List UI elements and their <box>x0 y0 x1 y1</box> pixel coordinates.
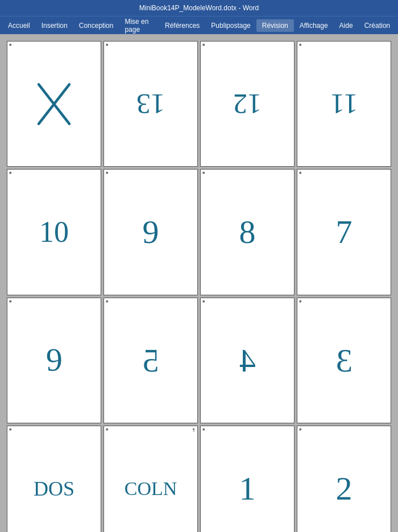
menu-conception[interactable]: Conception <box>73 19 119 32</box>
num-4: 4 <box>239 341 256 380</box>
page-content-12: 3 <box>297 298 391 423</box>
corner-tl-13: ■ <box>9 427 11 431</box>
page-content-9: 6 <box>7 298 101 423</box>
corner-tl-11: ■ <box>202 299 205 303</box>
corner-tl-6: ■ <box>106 171 108 175</box>
menu-revision[interactable]: Révision <box>256 19 294 32</box>
mini-page-5: ■ 10 <box>7 169 101 295</box>
num-10: 10 <box>39 215 69 249</box>
corner-tl-15: ■ <box>202 427 205 431</box>
page-content-4: 11 <box>297 42 391 166</box>
mini-page-2: ■ 13 <box>103 41 198 167</box>
page-content-13: DOS <box>7 426 101 532</box>
label-coln: COLN <box>125 478 177 500</box>
mini-grid: ■ ■ 13 ■ 12 <box>6 40 392 532</box>
mini-page-7: ■ 8 <box>200 169 295 295</box>
mini-page-12: ■ 3 <box>297 298 391 423</box>
corner-tl-2: ■ <box>106 43 108 47</box>
corner-tl-10: ■ <box>106 299 108 303</box>
menu-mise-en-page[interactable]: Mise en page <box>119 15 159 36</box>
mini-page-6: ■ 9 <box>103 169 198 295</box>
mini-page-13: ■ DOS <box>7 426 101 532</box>
corner-para-14: ¶ <box>193 428 195 432</box>
label-dos: DOS <box>34 477 74 501</box>
mini-page-15: ■ 1 <box>200 426 295 532</box>
num-13: 13 <box>136 88 165 121</box>
num-11: 11 <box>330 88 358 121</box>
corner-tl-4: ■ <box>299 43 301 47</box>
page-content-7: 8 <box>201 170 294 294</box>
corner-tl-1: ■ <box>9 43 11 47</box>
num-5: 5 <box>143 341 159 380</box>
page-content-11: 4 <box>201 298 294 423</box>
mini-page-11: ■ 4 <box>200 298 295 423</box>
mini-page-9: ■ 6 <box>7 298 101 423</box>
mini-page-8: ■ 7 <box>297 169 391 295</box>
title-text: MiniBook14P_ModeleWord.dotx - Word <box>139 4 259 12</box>
page-content-3: 12 <box>201 42 294 166</box>
num-12: 12 <box>233 88 262 121</box>
menu-insertion[interactable]: Insertion <box>36 19 73 32</box>
menu-references[interactable]: Références <box>159 19 205 32</box>
menu-publipostage[interactable]: Publipostage <box>205 19 256 32</box>
title-bar: MiniBook14P_ModeleWord.dotx - Word <box>0 0 398 16</box>
page-content-15: 1 <box>201 426 294 532</box>
page-content-5: 10 <box>7 170 101 294</box>
menu-aide[interactable]: Aide <box>334 19 359 32</box>
page-content-8: 7 <box>297 170 391 294</box>
mini-page-16: ■ 2 <box>297 426 391 532</box>
page-content-16: 2 <box>297 426 391 532</box>
num-6: 6 <box>46 341 63 380</box>
mini-page-14: ■ ¶ COLN <box>103 426 198 532</box>
num-9a: 9 <box>143 213 159 251</box>
corner-tl-7: ■ <box>202 171 205 175</box>
num-3: 3 <box>336 341 353 380</box>
menu-accueil[interactable]: Accueil <box>2 19 36 32</box>
corner-tl-14: ■ <box>106 427 108 431</box>
mini-page-1: ■ <box>7 41 101 167</box>
page-content-6: 9 <box>104 170 197 294</box>
corner-tl-16: ■ <box>299 427 301 431</box>
corner-tl-12: ■ <box>299 299 301 303</box>
page-content-10: 5 <box>104 298 197 423</box>
corner-tl-8: ■ <box>299 171 301 175</box>
page-content-1 <box>7 42 101 166</box>
menu-creation[interactable]: Création <box>359 19 396 32</box>
menu-affichage[interactable]: Affichage <box>294 19 334 32</box>
corner-tl-3: ■ <box>202 43 205 47</box>
page-content-14: COLN <box>104 426 197 532</box>
num-7: 7 <box>336 213 353 251</box>
num-1: 1 <box>239 469 256 508</box>
num-8: 8 <box>239 213 256 251</box>
x-svg <box>31 76 77 133</box>
document-area: ■ ■ 13 ■ 12 <box>0 34 398 532</box>
menu-bar: Accueil Insertion Conception Mise en pag… <box>0 16 398 34</box>
mini-page-3: ■ 12 <box>200 41 295 167</box>
mini-page-4: ■ 11 <box>297 41 391 167</box>
mini-page-10: ■ 5 <box>103 298 198 423</box>
page-content-2: 13 <box>104 42 197 166</box>
corner-tl-5: ■ <box>9 171 11 175</box>
corner-tl-9: ■ <box>9 299 11 303</box>
page-container: ■ ■ 13 ■ 12 <box>6 40 392 526</box>
num-2: 2 <box>336 469 353 508</box>
